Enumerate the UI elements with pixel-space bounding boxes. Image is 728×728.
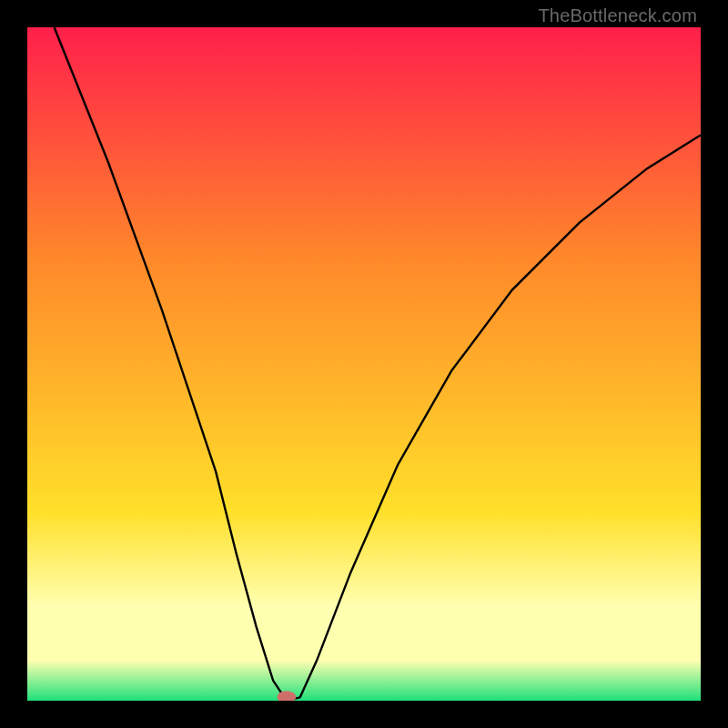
watermark-text: TheBottleneck.com: [538, 5, 697, 26]
gradient-background: [27, 27, 701, 701]
bottleneck-chart: [27, 27, 701, 701]
chart-frame: [27, 27, 701, 701]
